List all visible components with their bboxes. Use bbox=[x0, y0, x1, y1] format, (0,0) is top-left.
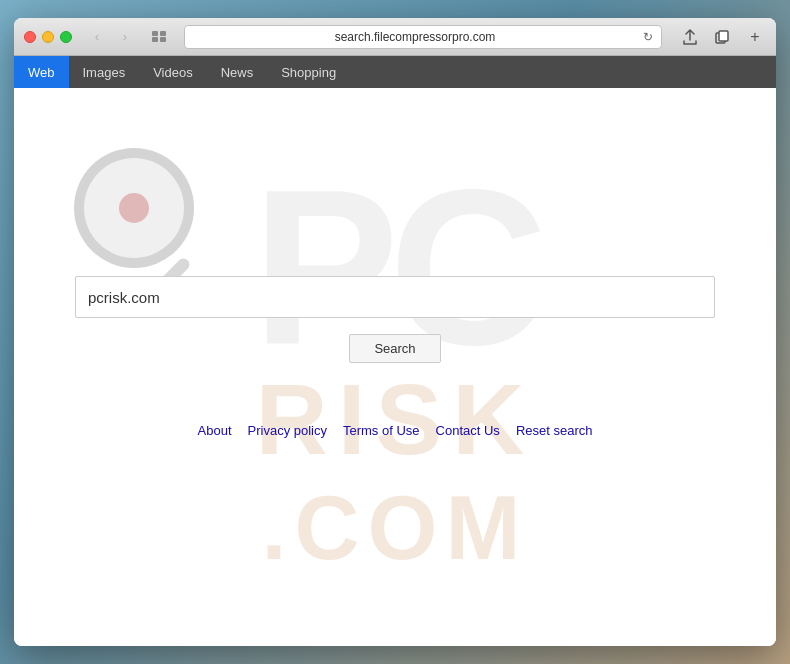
traffic-lights bbox=[24, 31, 72, 43]
footer-link-contact[interactable]: Contact Us bbox=[436, 423, 500, 438]
watermark: PC RISK .COM bbox=[14, 88, 776, 646]
share-button[interactable] bbox=[676, 26, 704, 48]
nav-buttons: ‹ › bbox=[84, 27, 138, 47]
svg-rect-0 bbox=[152, 31, 158, 36]
tab-videos[interactable]: Videos bbox=[139, 56, 207, 88]
footer-link-about[interactable]: About bbox=[198, 423, 232, 438]
tab-shopping[interactable]: Shopping bbox=[267, 56, 350, 88]
footer-link-reset[interactable]: Reset search bbox=[516, 423, 593, 438]
svg-rect-3 bbox=[160, 37, 166, 42]
maximize-button[interactable] bbox=[60, 31, 72, 43]
tab-images[interactable]: Images bbox=[69, 56, 140, 88]
footer-link-terms[interactable]: Terms of Use bbox=[343, 423, 420, 438]
tab-overview-icon bbox=[152, 31, 166, 42]
minimize-button[interactable] bbox=[42, 31, 54, 43]
watermark-risk: RISK bbox=[256, 362, 535, 477]
plus-icon: + bbox=[750, 28, 759, 46]
reload-button[interactable]: ↻ bbox=[643, 30, 653, 44]
new-window-button[interactable] bbox=[708, 26, 736, 48]
search-area: Search bbox=[14, 276, 776, 363]
reload-icon: ↻ bbox=[643, 30, 653, 44]
title-bar: ‹ › search.filecompressorpro.com ↻ bbox=[14, 18, 776, 56]
tab-news[interactable]: News bbox=[207, 56, 268, 88]
address-text: search.filecompressorpro.com bbox=[193, 30, 637, 44]
svg-rect-5 bbox=[719, 31, 728, 41]
main-content: PC RISK .COM Search About Privacy policy… bbox=[14, 88, 776, 646]
toolbar-buttons bbox=[676, 26, 736, 48]
new-window-icon bbox=[715, 30, 729, 44]
address-bar[interactable]: search.filecompressorpro.com ↻ bbox=[184, 25, 662, 49]
magnifier-circle bbox=[74, 148, 194, 268]
browser-window: ‹ › search.filecompressorpro.com ↻ bbox=[14, 18, 776, 646]
back-button[interactable]: ‹ bbox=[84, 27, 110, 47]
search-button[interactable]: Search bbox=[349, 334, 440, 363]
tab-web[interactable]: Web bbox=[14, 56, 69, 88]
back-icon: ‹ bbox=[95, 29, 99, 44]
search-input-wrapper bbox=[75, 276, 715, 318]
new-tab-button[interactable]: + bbox=[744, 26, 766, 48]
search-input[interactable] bbox=[75, 276, 715, 318]
tab-overview-button[interactable] bbox=[146, 27, 172, 47]
magnifier-dot bbox=[119, 193, 149, 223]
footer-link-privacy[interactable]: Privacy policy bbox=[248, 423, 327, 438]
nav-tabs-bar: Web Images Videos News Shopping bbox=[14, 56, 776, 88]
svg-rect-2 bbox=[152, 37, 158, 42]
forward-icon: › bbox=[123, 29, 127, 44]
footer-links: About Privacy policy Terms of Use Contac… bbox=[198, 423, 593, 438]
svg-rect-1 bbox=[160, 31, 166, 36]
share-icon bbox=[683, 29, 697, 45]
watermark-com: .COM bbox=[262, 477, 529, 580]
close-button[interactable] bbox=[24, 31, 36, 43]
forward-button[interactable]: › bbox=[112, 27, 138, 47]
